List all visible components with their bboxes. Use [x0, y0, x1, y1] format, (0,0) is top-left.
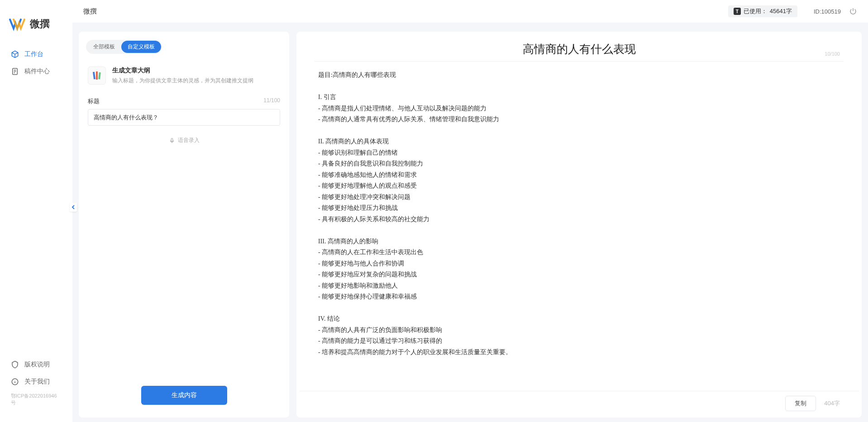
page-title: 微撰: [83, 7, 728, 16]
tab-all-templates[interactable]: 全部模板: [87, 41, 121, 53]
doc-header: 高情商的人有什么表现 10/100: [296, 32, 862, 61]
svg-rect-2: [93, 72, 95, 79]
voice-input-button[interactable]: 语音录入: [84, 130, 284, 151]
copy-button[interactable]: 复制: [785, 396, 816, 411]
sidebar-item-drafts[interactable]: 稿件中心: [0, 63, 72, 80]
generate-button[interactable]: 生成内容: [141, 386, 227, 405]
template-name: 生成文章大纲: [112, 66, 253, 75]
svg-rect-4: [98, 72, 101, 79]
footer-label: 版权说明: [24, 360, 50, 369]
info-icon: [11, 378, 19, 386]
mic-icon: [169, 138, 175, 144]
chevron-left-icon: [72, 205, 75, 209]
left-panel: 全部模板 自定义模板 生成文章大纲 输入标题，为你提供文章主体的灵感，并为其创建…: [79, 32, 289, 417]
right-panel: 高情商的人有什么表现 10/100 题目:高情商的人有哪些表现 I. 引言 - …: [296, 32, 862, 417]
sidebar-footer: 版权说明 关于我们 鄂ICP备2022016946号: [0, 356, 72, 413]
text-icon: T: [734, 8, 741, 15]
word-count: 404字: [824, 399, 840, 408]
sidebar-item-copyright[interactable]: 版权说明: [0, 356, 72, 373]
sidebar-item-workbench[interactable]: 工作台: [0, 46, 72, 63]
sidebar: 微撰 工作台 稿件中心 版权说明 关于我们 鄂ICP备202201: [0, 0, 72, 422]
cube-icon: [11, 50, 19, 58]
footer-label: 关于我们: [24, 378, 50, 386]
user-id: ID:100519: [814, 8, 841, 15]
field-counter: 11/100: [263, 97, 280, 105]
svg-rect-5: [171, 138, 173, 141]
books-icon: [88, 66, 106, 85]
document-icon: [11, 67, 19, 76]
title-field: 标题 11/100: [84, 93, 284, 130]
logo-icon: [9, 16, 25, 32]
logo[interactable]: 微撰: [0, 9, 72, 46]
collapse-button[interactable]: [70, 203, 77, 212]
power-icon[interactable]: [849, 7, 857, 15]
doc-footer: 复制 404字: [299, 391, 859, 411]
main: 微撰 T 已使用： 45641字 ID:100519 全部模板 自定义模板: [72, 0, 868, 422]
usage-badge[interactable]: T 已使用： 45641字: [728, 5, 797, 17]
sidebar-item-about[interactable]: 关于我们: [0, 373, 72, 390]
voice-label: 语音录入: [178, 137, 200, 144]
nav-label: 工作台: [24, 50, 43, 58]
doc-title-counter: 10/100: [825, 51, 840, 57]
usage-value: 45641字: [770, 7, 792, 15]
title-input[interactable]: [88, 109, 280, 126]
field-label: 标题: [88, 97, 100, 105]
template-desc: 输入标题，为你提供文章主体的灵感，并为其创建推文提纲: [112, 77, 253, 85]
nav: 工作台 稿件中心: [0, 46, 72, 356]
svg-rect-3: [96, 71, 98, 80]
logo-text: 微撰: [30, 17, 50, 31]
doc-title[interactable]: 高情商的人有什么表现: [318, 42, 840, 57]
tab-custom-templates[interactable]: 自定义模板: [121, 41, 161, 53]
template-card[interactable]: 生成文章大纲 输入标题，为你提供文章主体的灵感，并为其创建推文提纲: [84, 62, 284, 93]
icp-text: 鄂ICP备2022016946号: [0, 390, 72, 408]
template-tabs: 全部模板 自定义模板: [86, 40, 162, 54]
nav-label: 稿件中心: [24, 67, 50, 76]
shield-icon: [11, 360, 19, 369]
usage-label: 已使用：: [744, 7, 767, 15]
topbar: 微撰 T 已使用： 45641字 ID:100519: [72, 0, 868, 23]
doc-body[interactable]: 题目:高情商的人有哪些表现 I. 引言 - 高情商是指人们处理情绪、与他人互动以…: [296, 62, 862, 391]
